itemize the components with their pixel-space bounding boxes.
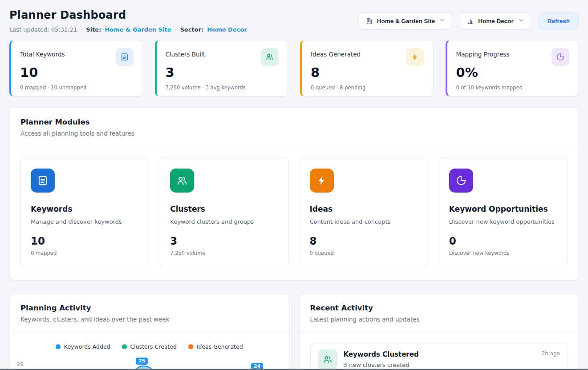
chart-legend: Keywords Added Clusters Created Ideas Ge… <box>10 343 289 350</box>
point-label: 25 <box>136 358 148 365</box>
planner-modules-panel: Planner Modules Access all planning tool… <box>9 107 579 281</box>
stat-sub: 0 of 10 keywords mapped <box>456 84 570 91</box>
module-card-clusters[interactable]: Clusters Keyword clusters and groups 3 7… <box>160 157 288 267</box>
header-meta: Last updated: 05:31:21 · Site: Home & Ga… <box>9 26 247 33</box>
activity-chart-area: 25 25 24 <box>10 354 289 370</box>
module-value: 10 <box>31 235 139 247</box>
module-sub: 7,250 volume <box>170 250 278 256</box>
legend-item-keywords-added: Keywords Added <box>56 343 110 350</box>
page-header: Planner Dashboard Last updated: 05:31:21… <box>0 0 588 33</box>
module-sub: 0 queued <box>310 250 418 256</box>
meta-separator: · <box>175 26 177 33</box>
stat-sub: 7,250 volume · 3 avg keywords <box>166 84 279 91</box>
refresh-button[interactable]: Refresh <box>539 12 579 29</box>
document-icon <box>116 48 134 66</box>
legend-label: Ideas Generated <box>197 343 243 350</box>
page-title: Planner Dashboard <box>9 9 247 21</box>
users-icon <box>170 169 194 193</box>
users-icon <box>318 350 337 369</box>
site-link[interactable]: Home & Garden Site <box>105 26 171 33</box>
module-value: 8 <box>310 235 418 247</box>
stat-value: 8 <box>311 66 424 80</box>
module-description: Keyword clusters and groups <box>170 218 278 225</box>
module-value: 0 <box>449 235 557 247</box>
users-icon <box>261 48 279 66</box>
stat-value: 0% <box>456 66 570 80</box>
legend-label: Clusters Created <box>130 343 177 350</box>
header-left: Planner Dashboard Last updated: 05:31:21… <box>9 9 247 33</box>
sector-label: Sector: <box>180 26 204 33</box>
stat-card-clusters-built: Clusters Built 3 7,250 volume · 3 avg ke… <box>155 40 288 97</box>
sector-selector-button[interactable]: Home Decor <box>460 12 531 29</box>
last-updated-text: Last updated: 05:31:21 <box>9 26 77 33</box>
sector-selector-label: Home Decor <box>478 18 514 24</box>
planning-activity-title: Planning Activity <box>20 304 278 312</box>
stat-card-total-keywords: Total Keywords 10 0 mapped · 10 unmapped <box>9 40 143 97</box>
activity-item: Keywords Clustered 3 new clusters create… <box>310 343 568 370</box>
module-card-ideas[interactable]: Ideas Content ideas and concepts 8 0 que… <box>300 157 428 267</box>
header-controls: Home & Garden Site Home Decor Refresh <box>359 12 579 29</box>
module-description: Content ideas and concepts <box>310 218 418 225</box>
module-sub: 0 mapped <box>31 250 139 256</box>
activity-title: Keywords Clustered <box>344 350 419 358</box>
bolt-icon <box>406 48 424 66</box>
bottom-row: Planning Activity Keywords, clusters, an… <box>9 293 579 370</box>
legend-item-ideas-generated: Ideas Generated <box>188 343 243 350</box>
site-selector-label: Home & Garden Site <box>377 18 435 24</box>
activity-body: Keywords Clustered 3 new clusters create… <box>344 350 419 368</box>
stat-cards-row: Total Keywords 10 0 mapped · 10 unmapped… <box>9 40 579 97</box>
chevron-down-icon <box>439 17 446 25</box>
chevron-down-icon <box>518 17 524 25</box>
module-title: Keyword Opportunities <box>449 205 557 213</box>
module-description: Discover new keyword opportunities <box>449 218 557 225</box>
modules-subtitle: Access all planning tools and features <box>20 130 568 137</box>
module-sub: Discover new keywords <box>449 250 557 256</box>
module-title: Keywords <box>31 205 139 213</box>
document-icon <box>31 169 55 193</box>
pie-chart-icon <box>449 169 473 193</box>
stat-value: 10 <box>20 66 134 80</box>
activity-description: 3 new clusters created <box>344 362 419 368</box>
site-label: Site: <box>86 26 101 33</box>
activity-timestamp: 2h ago <box>542 350 560 357</box>
stat-label: Clusters Built <box>166 48 206 58</box>
stat-label: Total Keywords <box>20 48 65 58</box>
modules-grid: Keywords Manage and discover keywords 10… <box>10 146 578 280</box>
planning-activity-subtitle: Keywords, clusters, and ideas over the p… <box>20 316 278 323</box>
legend-dot-blue <box>56 344 61 349</box>
stat-sub: 0 mapped · 10 unmapped <box>20 84 134 91</box>
meta-separator: · <box>81 26 82 33</box>
recent-activity-subtitle: Latest planning actions and updates <box>310 316 568 323</box>
stat-card-mapping-progress: Mapping Progress 0% 0 of 10 keywords map… <box>446 40 579 97</box>
recent-activity-title: Recent Activity <box>310 304 568 312</box>
legend-dot-green <box>122 344 127 349</box>
module-card-keywords[interactable]: Keywords Manage and discover keywords 10… <box>20 157 149 267</box>
recent-activity-header: Recent Activity Latest planning actions … <box>300 294 579 332</box>
legend-item-clusters-created: Clusters Created <box>122 343 177 350</box>
module-title: Ideas <box>310 205 418 213</box>
site-selector-button[interactable]: Home & Garden Site <box>359 12 453 29</box>
bar-chart-icon <box>466 17 474 25</box>
bolt-icon <box>310 169 334 193</box>
stat-label: Mapping Progress <box>456 48 510 58</box>
modules-panel-header: Planner Modules Access all planning tool… <box>10 108 578 146</box>
legend-dot-orange <box>188 344 193 349</box>
module-title: Clusters <box>170 205 278 213</box>
legend-label: Keywords Added <box>64 343 110 350</box>
planning-activity-header: Planning Activity Keywords, clusters, an… <box>10 294 289 332</box>
sector-link[interactable]: Home Decor <box>207 26 247 33</box>
module-value: 3 <box>170 235 278 247</box>
planning-activity-card: Planning Activity Keywords, clusters, an… <box>9 293 289 370</box>
modules-title: Planner Modules <box>20 118 568 126</box>
stat-sub: 0 queued · 8 pending <box>311 84 424 91</box>
building-icon <box>365 17 373 25</box>
module-description: Manage and discover keywords <box>31 218 139 225</box>
recent-activity-card: Recent Activity Latest planning actions … <box>299 293 579 370</box>
stat-label: Ideas Generated <box>311 48 361 58</box>
pie-chart-icon <box>552 48 569 66</box>
module-card-keyword-opportunities[interactable]: Keyword Opportunities Discover new keywo… <box>439 157 568 267</box>
stat-card-ideas-generated: Ideas Generated 8 0 queued · 8 pending <box>300 40 434 97</box>
stat-value: 3 <box>166 66 279 80</box>
